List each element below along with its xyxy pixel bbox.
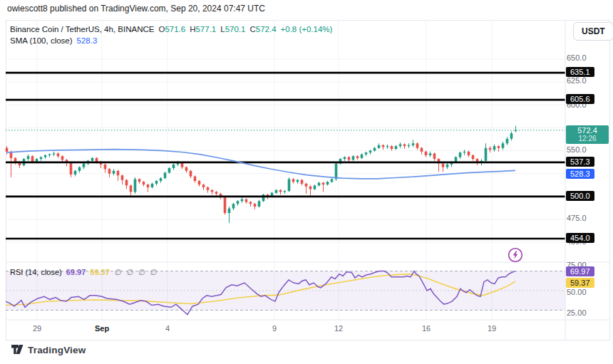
level-price-badge: 500.0: [566, 191, 594, 201]
candle-body: [399, 145, 402, 147]
last-price-badge[interactable]: 572.4 12:26: [566, 125, 609, 144]
candle-body: [57, 153, 60, 156]
null-value-icon: ∅: [115, 268, 122, 276]
candle-body: [331, 179, 334, 182]
time-axis-label[interactable]: Sep: [95, 324, 109, 333]
candle-body: [382, 145, 385, 147]
rsi-value-badge: 59.37: [566, 278, 594, 288]
time-axis-label[interactable]: 29: [30, 324, 44, 333]
candle-body: [322, 183, 325, 185]
candle-body: [211, 190, 214, 192]
candle-body: [510, 133, 513, 139]
candle-body: [472, 155, 475, 159]
candle-body: [83, 164, 86, 167]
candle-body: [130, 185, 133, 192]
candle-body: [164, 172, 167, 178]
change-value: +0.8 (+0.14%): [281, 25, 333, 33]
level-price-badge: 454.0: [566, 233, 594, 243]
price-axis-label: 25.00: [567, 308, 587, 317]
candle-body: [207, 187, 210, 190]
candle-body: [70, 162, 73, 175]
tradingview-logo-icon: [11, 345, 24, 355]
time-axis-label[interactable]: 16: [419, 324, 433, 333]
candle-body: [493, 146, 496, 150]
sma-axis-badge: 528.3: [566, 169, 594, 179]
candle-body: [160, 178, 163, 181]
candle-body: [121, 175, 124, 180]
candle-body: [241, 199, 244, 202]
candle-body: [125, 180, 128, 186]
rsi-value-badge: 69.97: [566, 266, 594, 276]
null-value-icon: ∅: [150, 268, 158, 276]
candle-body: [279, 190, 282, 192]
rsi-value: 69.97: [66, 268, 86, 276]
tradingview-logo-text: TradingView: [28, 345, 86, 355]
ohlc-values: O571.6H577.1L570.1C572.4: [154, 25, 276, 33]
sma-legend-row[interactable]: SMA (100, close)528.3: [10, 36, 97, 45]
candle-body: [61, 156, 64, 160]
candle-body: [44, 155, 47, 157]
candle-body: [113, 171, 115, 174]
candle-body: [232, 204, 235, 208]
candle-body: [78, 167, 81, 171]
candle-body: [369, 151, 372, 153]
ohlc-value: 571.6: [165, 25, 185, 33]
candle-body: [254, 204, 257, 207]
price-axis-label: 550.0: [567, 145, 587, 154]
candle-body: [374, 148, 376, 151]
candle-body: [463, 152, 466, 152]
candle-body: [155, 181, 158, 184]
candle-body: [416, 143, 419, 147]
price-axis-label: 50.00: [567, 288, 587, 296]
candle-body: [421, 148, 423, 152]
candle-body: [168, 168, 171, 172]
rsi-legend-row[interactable]: RSI (14, close)69.9759.37∅∅∅∅: [10, 268, 157, 277]
ohlc-key: C: [249, 25, 255, 33]
rsi-null-values: ∅∅∅∅: [110, 268, 157, 276]
candle-body: [459, 152, 462, 157]
countdown-timer: 12:26: [569, 135, 606, 143]
level-price-badge: 605.6: [566, 94, 594, 104]
candle-body: [292, 179, 295, 182]
candle-body: [429, 153, 432, 155]
candle-body: [309, 187, 312, 189]
candle-body: [91, 158, 94, 161]
candle-body: [224, 197, 227, 213]
candle-body: [36, 159, 38, 162]
candle-body: [147, 184, 150, 187]
flash-icon[interactable]: [507, 246, 524, 264]
price-axis-label: 625.0: [567, 76, 587, 85]
rsi-label: RSI (14, close): [10, 268, 62, 276]
candle-body: [476, 159, 479, 162]
candle-body: [185, 167, 188, 171]
candle-body: [202, 184, 205, 187]
null-value-icon: ∅: [138, 268, 145, 276]
symbol-legend-row[interactable]: Binance Coin / TetherUS, 4h, BINANCEO571…: [10, 25, 332, 33]
candle-body: [143, 182, 145, 184]
candle-body: [455, 157, 458, 162]
time-axis-label[interactable]: 19: [485, 324, 499, 333]
candle-body: [412, 143, 415, 145]
candle-body: [468, 152, 470, 155]
candle-body: [194, 177, 197, 181]
candle-body: [48, 155, 51, 155]
candle-body: [378, 145, 381, 148]
time-axis-label[interactable]: 9: [267, 324, 282, 333]
candle-body: [138, 179, 141, 182]
candle-body: [344, 157, 346, 160]
tradingview-attribution[interactable]: TradingView: [11, 345, 86, 355]
candle-body: [506, 139, 509, 143]
currency-toggle-button[interactable]: USDT: [573, 22, 613, 41]
candle-body: [318, 183, 321, 186]
candle-body: [356, 156, 359, 158]
candle-body: [198, 181, 201, 184]
time-axis-label[interactable]: 12: [331, 324, 346, 333]
candle-body: [228, 209, 231, 213]
candle-body: [297, 180, 299, 182]
candle-body: [108, 169, 111, 173]
candle-body: [284, 191, 287, 192]
candle-body: [498, 146, 500, 148]
price-chart-canvas[interactable]: [0, 0, 613, 364]
candle-body: [365, 152, 368, 155]
time-axis-label[interactable]: 4: [160, 324, 175, 333]
